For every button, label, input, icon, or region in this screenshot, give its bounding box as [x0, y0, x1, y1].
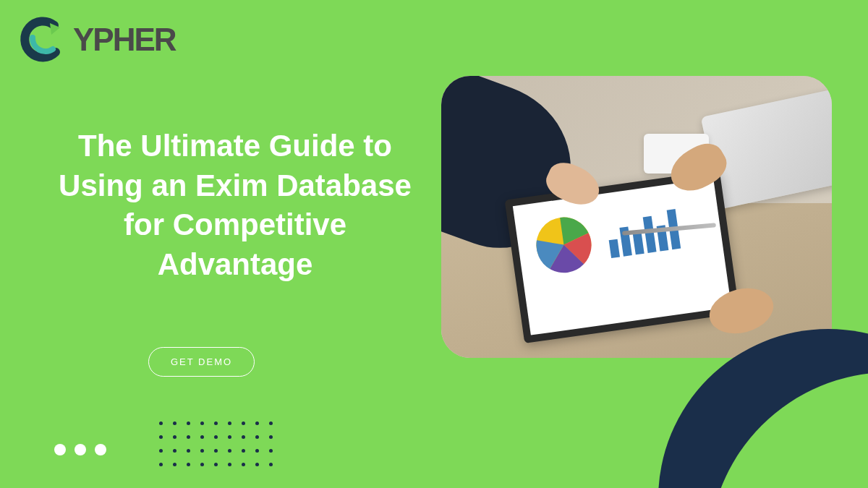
decorative-dot-grid	[159, 421, 273, 466]
page-headline: The Ultimate Guide to Using an Exim Data…	[54, 127, 416, 284]
hero-image	[441, 76, 832, 358]
business-meeting-scene	[441, 76, 832, 358]
report-paper	[513, 178, 731, 335]
svg-rect-1	[609, 239, 620, 258]
pie-chart-icon	[525, 206, 603, 283]
logo-icon	[18, 14, 69, 65]
get-demo-button[interactable]: GET DEMO	[148, 347, 255, 377]
svg-rect-3	[633, 232, 644, 254]
logo-rest: YPHER	[73, 22, 176, 57]
clipboard-icon	[505, 170, 740, 343]
dot-icon	[95, 444, 106, 455]
brand-logo: YPHER	[18, 14, 176, 65]
svg-rect-4	[643, 216, 657, 253]
logo-text: YPHER	[73, 22, 176, 58]
dot-icon	[54, 444, 66, 455]
pagination-dots	[54, 444, 106, 455]
dot-icon	[75, 444, 86, 455]
